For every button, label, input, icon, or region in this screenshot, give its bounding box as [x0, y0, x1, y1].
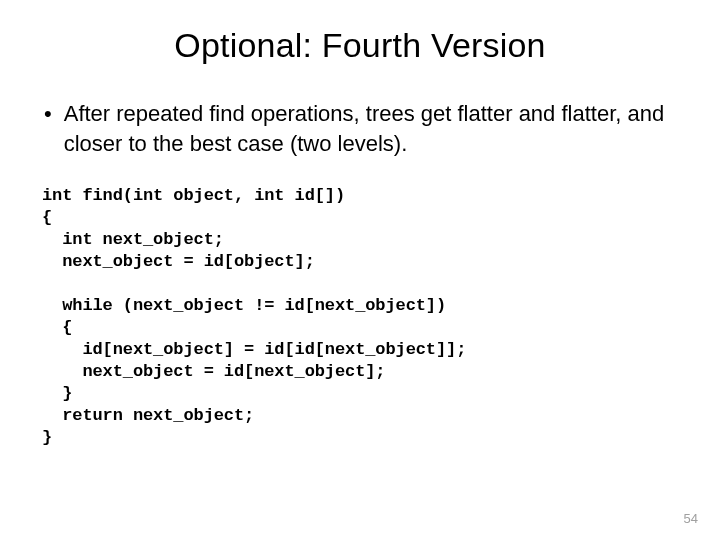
code-block: int find(int object, int id[]) { int nex… [40, 185, 680, 449]
bullet-text: After repeated find operations, trees ge… [64, 99, 680, 159]
bullet-item: • After repeated find operations, trees … [40, 99, 680, 159]
slide-container: Optional: Fourth Version • After repeate… [0, 0, 720, 540]
bullet-marker: • [44, 99, 52, 129]
page-number: 54 [684, 511, 698, 526]
slide-title: Optional: Fourth Version [40, 26, 680, 65]
